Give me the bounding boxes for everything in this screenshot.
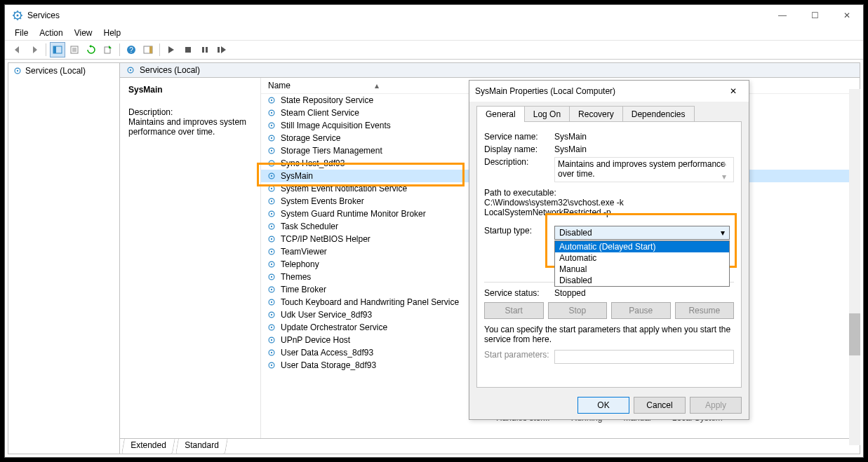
- svg-rect-21: [185, 47, 191, 53]
- tab-general[interactable]: General: [476, 106, 525, 122]
- properties-button[interactable]: [67, 42, 82, 57]
- service-row-label: Update Orchestrator Service: [281, 322, 387, 332]
- gear-icon: [267, 158, 276, 168]
- scrollbar-thumb[interactable]: [849, 313, 860, 355]
- start-button[interactable]: Start: [484, 302, 544, 319]
- description-scroll[interactable]: ▴▾: [722, 158, 733, 182]
- selected-service-name: SysMain: [128, 85, 252, 95]
- pause-button[interactable]: Pause: [611, 302, 671, 319]
- menu-help[interactable]: Help: [98, 27, 127, 39]
- menu-file[interactable]: File: [9, 27, 34, 39]
- svg-point-1: [17, 15, 19, 17]
- startup-type-select[interactable]: Disabled ▾ Automatic (Delayed Start) Aut…: [554, 226, 730, 240]
- svg-point-32: [271, 112, 272, 114]
- svg-point-40: [271, 163, 272, 164]
- service-row-label: Steam Client Service: [281, 108, 359, 118]
- service-row-label: System Guard Runtime Monitor Broker: [281, 209, 426, 219]
- start-params-note: You can specify the start parameters tha…: [484, 325, 734, 344]
- service-row-label: Storage Service: [281, 133, 340, 143]
- service-status-label: Service status:: [484, 288, 554, 298]
- svg-point-34: [271, 125, 272, 126]
- minimize-button[interactable]: —: [766, 5, 799, 26]
- apply-button[interactable]: Apply: [690, 397, 742, 414]
- svg-point-54: [271, 251, 272, 252]
- gear-icon: [267, 146, 276, 156]
- stop-button[interactable]: Stop: [548, 302, 608, 319]
- svg-line-6: [14, 12, 15, 13]
- ok-button[interactable]: OK: [577, 397, 629, 414]
- svg-point-60: [271, 289, 272, 290]
- menu-view[interactable]: View: [69, 27, 98, 39]
- svg-point-36: [271, 137, 272, 139]
- refresh-button[interactable]: [84, 42, 99, 57]
- gear-icon: [267, 196, 276, 206]
- service-properties-dialog: SysMain Properties (Local Computer) ✕ Ge…: [469, 80, 749, 420]
- action-pane-button[interactable]: [140, 42, 156, 57]
- startup-option-manual[interactable]: Manual: [555, 264, 729, 275]
- gear-icon: [267, 184, 276, 193]
- gear-icon: [267, 121, 276, 130]
- service-row-label: System Events Broker: [281, 196, 364, 206]
- gear-icon: [267, 348, 276, 358]
- startup-option-disabled[interactable]: Disabled: [555, 275, 729, 286]
- help-button[interactable]: ?: [123, 42, 139, 57]
- svg-point-70: [271, 352, 272, 353]
- tab-standard[interactable]: Standard: [175, 438, 228, 454]
- forward-button[interactable]: [27, 42, 42, 57]
- service-row-label: Still Image Acquisition Events: [281, 121, 391, 130]
- stop-service-button[interactable]: [180, 42, 196, 57]
- svg-line-9: [20, 12, 22, 13]
- tree-root-services-local[interactable]: Services (Local): [8, 63, 119, 79]
- app-icon: [12, 10, 23, 21]
- service-row-label: SysMain: [281, 171, 313, 181]
- svg-point-72: [271, 365, 272, 366]
- gear-icon: [126, 65, 135, 75]
- path-label: Path to executable:: [484, 188, 734, 198]
- dialog-titlebar[interactable]: SysMain Properties (Local Computer) ✕: [469, 81, 749, 102]
- pane-title: Services (Local): [140, 65, 200, 75]
- dialog-close-button[interactable]: ✕: [723, 81, 743, 101]
- service-status-value: Stopped: [554, 288, 734, 298]
- export-list-button[interactable]: [100, 42, 116, 57]
- close-button[interactable]: ✕: [831, 5, 863, 26]
- path-value: C:\Windows\system32\svchost.exe -k Local…: [484, 198, 734, 217]
- start-service-button[interactable]: [163, 42, 179, 57]
- gear-icon: [267, 310, 276, 320]
- service-name-label: Service name:: [484, 132, 554, 142]
- gear-icon: [267, 335, 276, 345]
- cancel-button[interactable]: Cancel: [634, 397, 686, 414]
- gear-icon: [267, 259, 276, 269]
- service-row-label: Telephony: [281, 259, 319, 269]
- svg-rect-22: [202, 47, 204, 53]
- tab-recovery[interactable]: Recovery: [569, 106, 623, 122]
- startup-option-automatic[interactable]: Automatic: [555, 252, 729, 264]
- gear-icon: [267, 95, 276, 105]
- sort-ascending-icon: ▴: [375, 81, 379, 90]
- show-hide-console-tree-button[interactable]: [50, 42, 65, 57]
- startup-option-automatic-delayed[interactable]: Automatic (Delayed Start): [555, 241, 729, 252]
- service-row-label: User Data Storage_8df93: [281, 360, 376, 370]
- maximize-button[interactable]: ☐: [799, 5, 831, 26]
- titlebar: Services — ☐ ✕: [5, 5, 863, 26]
- svg-point-58: [271, 276, 272, 278]
- menu-action[interactable]: Action: [34, 27, 68, 39]
- svg-point-44: [271, 188, 272, 189]
- console-tree: Services (Local): [8, 62, 120, 454]
- tab-extended[interactable]: Extended: [121, 438, 175, 454]
- tab-log-on[interactable]: Log On: [524, 106, 570, 122]
- svg-point-62: [271, 301, 272, 303]
- service-description-panel: SysMain Description: Maintains and impro…: [120, 78, 260, 438]
- pause-service-button[interactable]: [197, 42, 213, 57]
- back-button[interactable]: [10, 42, 25, 57]
- display-name-label: Display name:: [484, 144, 554, 154]
- pane-scrollbar[interactable]: [849, 89, 860, 445]
- restart-service-button[interactable]: [214, 42, 229, 57]
- start-params-input[interactable]: [554, 350, 734, 364]
- svg-point-42: [271, 175, 272, 177]
- resume-button[interactable]: Resume: [675, 302, 735, 319]
- svg-point-38: [271, 150, 272, 151]
- tree-root-label: Services (Local): [25, 66, 86, 76]
- svg-point-28: [130, 69, 131, 71]
- start-params-label: Start parameters:: [484, 350, 554, 360]
- tab-dependencies[interactable]: Dependencies: [622, 106, 695, 122]
